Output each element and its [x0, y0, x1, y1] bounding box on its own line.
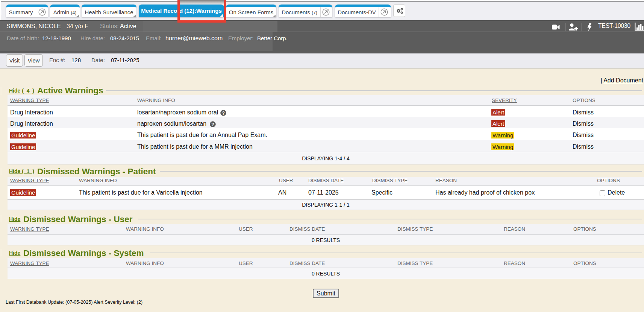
svg-text:?: ? [211, 122, 214, 127]
svg-text:?: ? [222, 111, 225, 116]
